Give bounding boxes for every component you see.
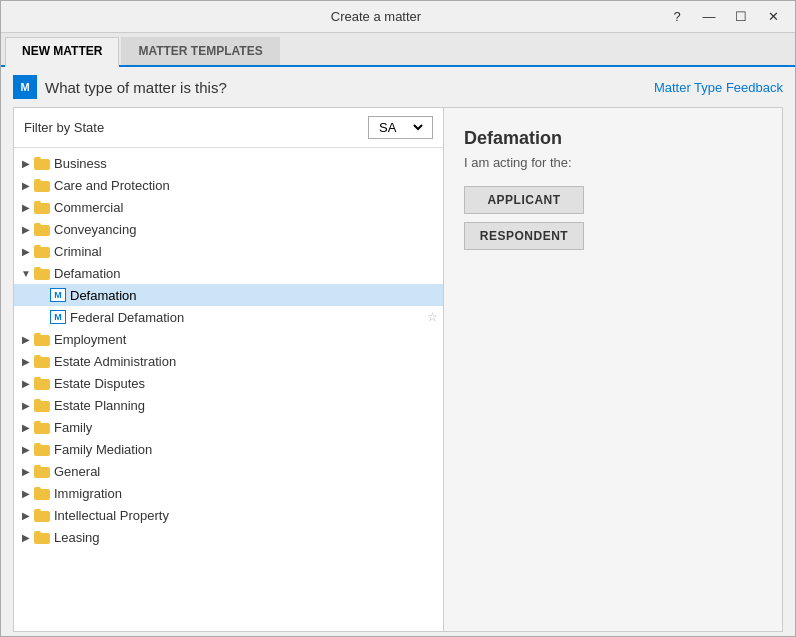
matter-type-icon: M bbox=[50, 310, 66, 324]
question-text: What type of matter is this? bbox=[45, 79, 227, 96]
list-item[interactable]: ▶ Intellectual Property bbox=[14, 504, 443, 526]
main-panel: Filter by State SA ACT NSW NT QLD TAS VI… bbox=[13, 107, 783, 632]
folder-icon bbox=[34, 179, 50, 192]
star-icon[interactable]: ☆ bbox=[425, 310, 439, 324]
expand-icon: ▶ bbox=[18, 243, 34, 259]
folder-icon bbox=[34, 531, 50, 544]
matter-type-icon: M bbox=[50, 288, 66, 302]
applicant-button[interactable]: APPLICANT bbox=[464, 186, 584, 214]
left-panel: Filter by State SA ACT NSW NT QLD TAS VI… bbox=[14, 108, 444, 631]
list-item[interactable]: ▶ Family bbox=[14, 416, 443, 438]
folder-icon bbox=[34, 245, 50, 258]
folder-icon bbox=[34, 443, 50, 456]
folder-icon bbox=[34, 355, 50, 368]
list-item[interactable]: ▶ Care and Protection bbox=[14, 174, 443, 196]
list-item[interactable]: ▶ Criminal bbox=[14, 240, 443, 262]
folder-icon bbox=[34, 421, 50, 434]
tree-item-label: Intellectual Property bbox=[54, 508, 439, 523]
state-dropdown[interactable]: SA ACT NSW NT QLD TAS VIC WA bbox=[375, 119, 426, 136]
page-question: M What type of matter is this? bbox=[13, 75, 227, 99]
list-item[interactable]: ▼ Defamation bbox=[14, 262, 443, 284]
tree-item-label: Leasing bbox=[54, 530, 439, 545]
tab-new-matter[interactable]: NEW MATTER bbox=[5, 37, 119, 67]
tree-item-label: Employment bbox=[54, 332, 439, 347]
folder-icon bbox=[34, 157, 50, 170]
respondent-button[interactable]: RESPONDENT bbox=[464, 222, 584, 250]
tree-item-label: Immigration bbox=[54, 486, 439, 501]
list-item[interactable]: ▶ Business bbox=[14, 152, 443, 174]
window-controls: ? — ☐ ✕ bbox=[663, 7, 787, 27]
list-item[interactable]: M Federal Defamation ☆ bbox=[14, 306, 443, 328]
tree-item-label: Family Mediation bbox=[54, 442, 439, 457]
expand-icon: ▶ bbox=[18, 441, 34, 457]
expand-icon bbox=[34, 287, 50, 303]
expand-icon: ▶ bbox=[18, 331, 34, 347]
tree-item-label: Defamation bbox=[70, 288, 439, 303]
list-item[interactable]: ▶ Estate Disputes bbox=[14, 372, 443, 394]
right-panel: Defamation I am acting for the: APPLICAN… bbox=[444, 108, 782, 631]
list-item[interactable]: ▶ Employment bbox=[14, 328, 443, 350]
tree-item-label: General bbox=[54, 464, 439, 479]
expand-icon: ▶ bbox=[18, 419, 34, 435]
tree-item-label: Defamation bbox=[54, 266, 439, 281]
tree-item-label: Criminal bbox=[54, 244, 439, 259]
expand-icon: ▶ bbox=[18, 375, 34, 391]
title-bar: Create a matter ? — ☐ ✕ bbox=[1, 1, 795, 33]
tree-item-label: Business bbox=[54, 156, 439, 171]
filter-label: Filter by State bbox=[24, 120, 360, 135]
filter-bar: Filter by State SA ACT NSW NT QLD TAS VI… bbox=[14, 108, 443, 148]
acting-label: I am acting for the: bbox=[464, 155, 762, 170]
folder-icon bbox=[34, 267, 50, 280]
folder-icon bbox=[34, 201, 50, 214]
expand-icon: ▶ bbox=[18, 397, 34, 413]
expand-icon: ▶ bbox=[18, 529, 34, 545]
tree-item-label: Care and Protection bbox=[54, 178, 439, 193]
maximize-button[interactable]: ☐ bbox=[727, 7, 755, 27]
expand-icon: ▶ bbox=[18, 485, 34, 501]
list-item[interactable]: ▶ Estate Planning bbox=[14, 394, 443, 416]
list-item[interactable]: M Defamation bbox=[14, 284, 443, 306]
list-item[interactable]: ▶ Conveyancing bbox=[14, 218, 443, 240]
matter-icon: M bbox=[13, 75, 37, 99]
folder-icon bbox=[34, 487, 50, 500]
tree-item-label: Conveyancing bbox=[54, 222, 439, 237]
help-button[interactable]: ? bbox=[663, 7, 691, 27]
tree-item-label: Federal Defamation bbox=[70, 310, 425, 325]
expand-icon: ▼ bbox=[18, 265, 34, 281]
expand-icon: ▶ bbox=[18, 199, 34, 215]
folder-icon bbox=[34, 399, 50, 412]
tab-bar: NEW MATTER MATTER TEMPLATES bbox=[1, 33, 795, 67]
state-select-container[interactable]: SA ACT NSW NT QLD TAS VIC WA bbox=[368, 116, 433, 139]
tree-item-label: Estate Disputes bbox=[54, 376, 439, 391]
folder-icon bbox=[34, 465, 50, 478]
tree-item-label: Estate Planning bbox=[54, 398, 439, 413]
expand-icon: ▶ bbox=[18, 463, 34, 479]
folder-icon bbox=[34, 377, 50, 390]
list-item[interactable]: ▶ Immigration bbox=[14, 482, 443, 504]
content-area: M What type of matter is this? Matter Ty… bbox=[1, 67, 795, 636]
folder-icon bbox=[34, 223, 50, 236]
list-item[interactable]: ▶ Family Mediation bbox=[14, 438, 443, 460]
list-item[interactable]: ▶ Leasing bbox=[14, 526, 443, 548]
list-item[interactable]: ▶ Commercial bbox=[14, 196, 443, 218]
window-title: Create a matter bbox=[89, 9, 663, 24]
tab-matter-templates[interactable]: MATTER TEMPLATES bbox=[121, 37, 279, 65]
expand-icon: ▶ bbox=[18, 177, 34, 193]
main-window: Create a matter ? — ☐ ✕ NEW MATTER MATTE… bbox=[0, 0, 796, 637]
expand-icon: ▶ bbox=[18, 507, 34, 523]
folder-icon bbox=[34, 333, 50, 346]
tree-item-label: Estate Administration bbox=[54, 354, 439, 369]
tree-item-label: Family bbox=[54, 420, 439, 435]
feedback-link[interactable]: Matter Type Feedback bbox=[654, 80, 783, 95]
minimize-button[interactable]: — bbox=[695, 7, 723, 27]
selected-matter-title: Defamation bbox=[464, 128, 762, 149]
header-row: M What type of matter is this? Matter Ty… bbox=[13, 75, 783, 99]
close-button[interactable]: ✕ bbox=[759, 7, 787, 27]
list-item[interactable]: ▶ Estate Administration bbox=[14, 350, 443, 372]
list-item[interactable]: ▶ General bbox=[14, 460, 443, 482]
expand-icon: ▶ bbox=[18, 353, 34, 369]
expand-icon: ▶ bbox=[18, 221, 34, 237]
folder-icon bbox=[34, 509, 50, 522]
tree-container[interactable]: ▶ Business ▶ Care and Protection ▶ bbox=[14, 148, 443, 631]
tree-item-label: Commercial bbox=[54, 200, 439, 215]
